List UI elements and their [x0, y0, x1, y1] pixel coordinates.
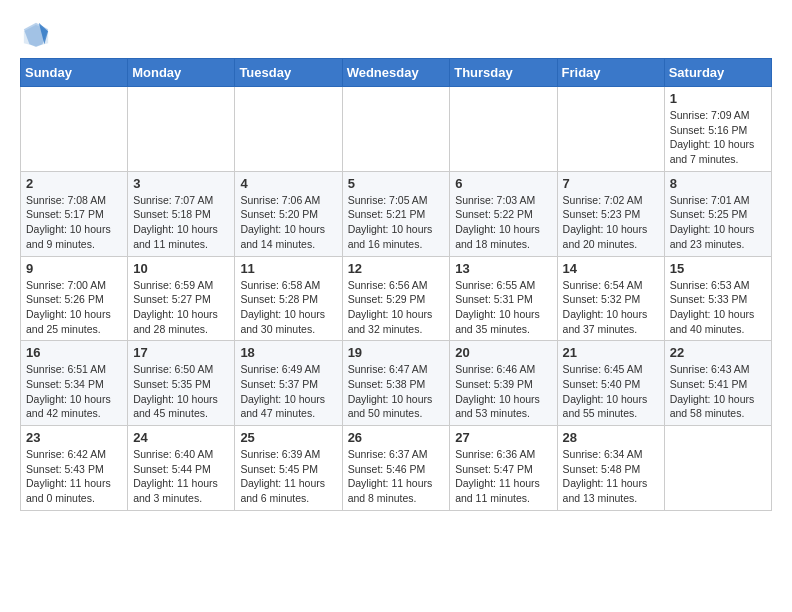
- cell-content: Sunrise: 6:47 AM Sunset: 5:38 PM Dayligh…: [348, 362, 445, 421]
- day-number: 16: [26, 345, 122, 360]
- day-number: 25: [240, 430, 336, 445]
- calendar-cell: 11Sunrise: 6:58 AM Sunset: 5:28 PM Dayli…: [235, 256, 342, 341]
- weekday-header-sunday: Sunday: [21, 59, 128, 87]
- day-number: 1: [670, 91, 766, 106]
- calendar-cell: 21Sunrise: 6:45 AM Sunset: 5:40 PM Dayli…: [557, 341, 664, 426]
- cell-content: Sunrise: 7:05 AM Sunset: 5:21 PM Dayligh…: [348, 193, 445, 252]
- day-number: 26: [348, 430, 445, 445]
- calendar-cell: 19Sunrise: 6:47 AM Sunset: 5:38 PM Dayli…: [342, 341, 450, 426]
- weekday-header-wednesday: Wednesday: [342, 59, 450, 87]
- calendar-week-row: 23Sunrise: 6:42 AM Sunset: 5:43 PM Dayli…: [21, 426, 772, 511]
- calendar-cell: 20Sunrise: 6:46 AM Sunset: 5:39 PM Dayli…: [450, 341, 557, 426]
- calendar-cell: 16Sunrise: 6:51 AM Sunset: 5:34 PM Dayli…: [21, 341, 128, 426]
- logo-icon: [22, 20, 50, 48]
- day-number: 17: [133, 345, 229, 360]
- calendar-cell: 18Sunrise: 6:49 AM Sunset: 5:37 PM Dayli…: [235, 341, 342, 426]
- cell-content: Sunrise: 6:55 AM Sunset: 5:31 PM Dayligh…: [455, 278, 551, 337]
- day-number: 21: [563, 345, 659, 360]
- calendar-cell: [557, 87, 664, 172]
- day-number: 28: [563, 430, 659, 445]
- weekday-header-saturday: Saturday: [664, 59, 771, 87]
- cell-content: Sunrise: 6:50 AM Sunset: 5:35 PM Dayligh…: [133, 362, 229, 421]
- calendar-cell: 15Sunrise: 6:53 AM Sunset: 5:33 PM Dayli…: [664, 256, 771, 341]
- calendar-cell: [128, 87, 235, 172]
- cell-content: Sunrise: 7:03 AM Sunset: 5:22 PM Dayligh…: [455, 193, 551, 252]
- calendar-week-row: 2Sunrise: 7:08 AM Sunset: 5:17 PM Daylig…: [21, 171, 772, 256]
- day-number: 12: [348, 261, 445, 276]
- cell-content: Sunrise: 6:36 AM Sunset: 5:47 PM Dayligh…: [455, 447, 551, 506]
- cell-content: Sunrise: 7:00 AM Sunset: 5:26 PM Dayligh…: [26, 278, 122, 337]
- calendar-cell: 27Sunrise: 6:36 AM Sunset: 5:47 PM Dayli…: [450, 426, 557, 511]
- calendar-cell: 12Sunrise: 6:56 AM Sunset: 5:29 PM Dayli…: [342, 256, 450, 341]
- day-number: 24: [133, 430, 229, 445]
- cell-content: Sunrise: 6:51 AM Sunset: 5:34 PM Dayligh…: [26, 362, 122, 421]
- day-number: 27: [455, 430, 551, 445]
- cell-content: Sunrise: 6:34 AM Sunset: 5:48 PM Dayligh…: [563, 447, 659, 506]
- cell-content: Sunrise: 6:58 AM Sunset: 5:28 PM Dayligh…: [240, 278, 336, 337]
- day-number: 7: [563, 176, 659, 191]
- calendar-cell: 13Sunrise: 6:55 AM Sunset: 5:31 PM Dayli…: [450, 256, 557, 341]
- cell-content: Sunrise: 6:42 AM Sunset: 5:43 PM Dayligh…: [26, 447, 122, 506]
- cell-content: Sunrise: 7:08 AM Sunset: 5:17 PM Dayligh…: [26, 193, 122, 252]
- day-number: 14: [563, 261, 659, 276]
- calendar-week-row: 9Sunrise: 7:00 AM Sunset: 5:26 PM Daylig…: [21, 256, 772, 341]
- weekday-header-friday: Friday: [557, 59, 664, 87]
- calendar-cell: 9Sunrise: 7:00 AM Sunset: 5:26 PM Daylig…: [21, 256, 128, 341]
- cell-content: Sunrise: 6:53 AM Sunset: 5:33 PM Dayligh…: [670, 278, 766, 337]
- cell-content: Sunrise: 7:01 AM Sunset: 5:25 PM Dayligh…: [670, 193, 766, 252]
- calendar-cell: [342, 87, 450, 172]
- day-number: 10: [133, 261, 229, 276]
- calendar-cell: 1Sunrise: 7:09 AM Sunset: 5:16 PM Daylig…: [664, 87, 771, 172]
- cell-content: Sunrise: 6:37 AM Sunset: 5:46 PM Dayligh…: [348, 447, 445, 506]
- cell-content: Sunrise: 6:56 AM Sunset: 5:29 PM Dayligh…: [348, 278, 445, 337]
- cell-content: Sunrise: 6:45 AM Sunset: 5:40 PM Dayligh…: [563, 362, 659, 421]
- cell-content: Sunrise: 6:59 AM Sunset: 5:27 PM Dayligh…: [133, 278, 229, 337]
- weekday-header-thursday: Thursday: [450, 59, 557, 87]
- calendar-cell: 6Sunrise: 7:03 AM Sunset: 5:22 PM Daylig…: [450, 171, 557, 256]
- calendar-cell: 26Sunrise: 6:37 AM Sunset: 5:46 PM Dayli…: [342, 426, 450, 511]
- cell-content: Sunrise: 6:54 AM Sunset: 5:32 PM Dayligh…: [563, 278, 659, 337]
- calendar-week-row: 1Sunrise: 7:09 AM Sunset: 5:16 PM Daylig…: [21, 87, 772, 172]
- day-number: 23: [26, 430, 122, 445]
- day-number: 9: [26, 261, 122, 276]
- calendar-cell: 7Sunrise: 7:02 AM Sunset: 5:23 PM Daylig…: [557, 171, 664, 256]
- calendar-cell: 23Sunrise: 6:42 AM Sunset: 5:43 PM Dayli…: [21, 426, 128, 511]
- calendar-cell: 14Sunrise: 6:54 AM Sunset: 5:32 PM Dayli…: [557, 256, 664, 341]
- cell-content: Sunrise: 7:06 AM Sunset: 5:20 PM Dayligh…: [240, 193, 336, 252]
- day-number: 18: [240, 345, 336, 360]
- calendar-cell: [235, 87, 342, 172]
- cell-content: Sunrise: 6:43 AM Sunset: 5:41 PM Dayligh…: [670, 362, 766, 421]
- calendar-cell: 3Sunrise: 7:07 AM Sunset: 5:18 PM Daylig…: [128, 171, 235, 256]
- calendar-cell: 5Sunrise: 7:05 AM Sunset: 5:21 PM Daylig…: [342, 171, 450, 256]
- calendar-cell: 22Sunrise: 6:43 AM Sunset: 5:41 PM Dayli…: [664, 341, 771, 426]
- day-number: 11: [240, 261, 336, 276]
- calendar-cell: 4Sunrise: 7:06 AM Sunset: 5:20 PM Daylig…: [235, 171, 342, 256]
- calendar-cell: 24Sunrise: 6:40 AM Sunset: 5:44 PM Dayli…: [128, 426, 235, 511]
- day-number: 2: [26, 176, 122, 191]
- day-number: 15: [670, 261, 766, 276]
- cell-content: Sunrise: 7:02 AM Sunset: 5:23 PM Dayligh…: [563, 193, 659, 252]
- calendar-cell: 17Sunrise: 6:50 AM Sunset: 5:35 PM Dayli…: [128, 341, 235, 426]
- calendar-cell: 25Sunrise: 6:39 AM Sunset: 5:45 PM Dayli…: [235, 426, 342, 511]
- calendar-cell: 10Sunrise: 6:59 AM Sunset: 5:27 PM Dayli…: [128, 256, 235, 341]
- cell-content: Sunrise: 6:49 AM Sunset: 5:37 PM Dayligh…: [240, 362, 336, 421]
- day-number: 8: [670, 176, 766, 191]
- cell-content: Sunrise: 6:40 AM Sunset: 5:44 PM Dayligh…: [133, 447, 229, 506]
- cell-content: Sunrise: 7:07 AM Sunset: 5:18 PM Dayligh…: [133, 193, 229, 252]
- logo: [20, 20, 50, 48]
- calendar-cell: [450, 87, 557, 172]
- weekday-header-monday: Monday: [128, 59, 235, 87]
- calendar-header-row: SundayMondayTuesdayWednesdayThursdayFrid…: [21, 59, 772, 87]
- day-number: 5: [348, 176, 445, 191]
- calendar-cell: 2Sunrise: 7:08 AM Sunset: 5:17 PM Daylig…: [21, 171, 128, 256]
- cell-content: Sunrise: 7:09 AM Sunset: 5:16 PM Dayligh…: [670, 108, 766, 167]
- calendar-cell: 8Sunrise: 7:01 AM Sunset: 5:25 PM Daylig…: [664, 171, 771, 256]
- day-number: 4: [240, 176, 336, 191]
- calendar-table: SundayMondayTuesdayWednesdayThursdayFrid…: [20, 58, 772, 511]
- day-number: 6: [455, 176, 551, 191]
- day-number: 22: [670, 345, 766, 360]
- calendar-cell: [664, 426, 771, 511]
- calendar-cell: 28Sunrise: 6:34 AM Sunset: 5:48 PM Dayli…: [557, 426, 664, 511]
- calendar-week-row: 16Sunrise: 6:51 AM Sunset: 5:34 PM Dayli…: [21, 341, 772, 426]
- day-number: 19: [348, 345, 445, 360]
